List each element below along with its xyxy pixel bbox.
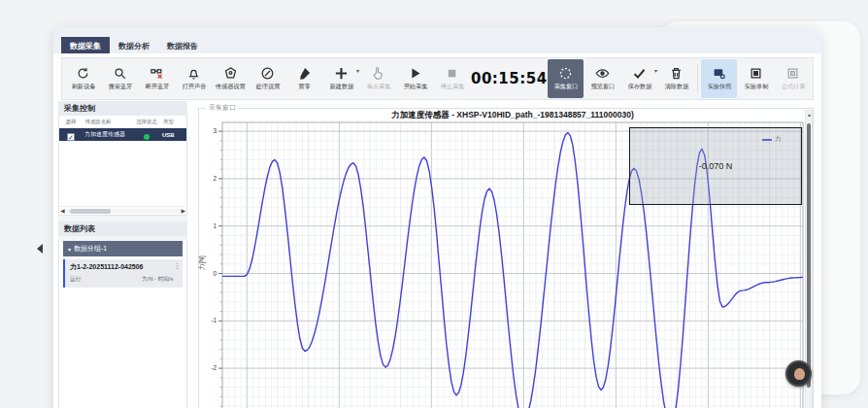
- single-point-collect-label: 单点采集: [366, 83, 390, 91]
- snapshot-icon: [712, 66, 726, 81]
- data-item-title: 力1-2-20251112-042506: [70, 262, 179, 272]
- experiment-record-button[interactable]: 实验录制: [738, 59, 774, 98]
- bell-icon: [186, 66, 201, 81]
- svg-text:1: 1: [213, 222, 217, 229]
- experiment-snapshot-button[interactable]: 实验快照: [701, 59, 737, 98]
- set-zero-button[interactable]: 置零: [286, 59, 322, 98]
- dashed-circle-icon: [558, 66, 573, 81]
- y-axis-label: 力[N]: [198, 255, 207, 270]
- start-collect-label: 开始采集: [403, 83, 427, 91]
- bt-off-icon: [150, 66, 164, 81]
- sound-on-label: 打开声音: [182, 83, 206, 91]
- new-data-button[interactable]: 新建数据▾: [323, 59, 359, 98]
- sensor-icon: [223, 66, 238, 81]
- data-list-panel: 数据列表 ▾数据分组-1力1-2-20251112-042506运行力/N - …: [58, 221, 187, 408]
- scroll-left-icon[interactable]: ◀: [60, 207, 65, 216]
- single-point-collect-button[interactable]: 单点采集: [360, 59, 396, 98]
- refresh-device-button[interactable]: 刷新设备: [65, 59, 101, 98]
- collect-control-title: 采集控制: [58, 101, 187, 116]
- plus-icon: [334, 66, 349, 81]
- column-header: 类型: [163, 118, 183, 125]
- scroll-up-icon[interactable]: ▲: [807, 112, 812, 118]
- caret-down-icon: ▾: [68, 246, 71, 253]
- preview-window-button[interactable]: 预览窗口: [584, 59, 620, 98]
- collect-window-label: 采集窗口: [553, 83, 578, 91]
- collect-window-button[interactable]: 采集窗口: [548, 59, 584, 98]
- record-icon: [749, 66, 763, 81]
- save-data-button[interactable]: 保存数据▾: [621, 59, 657, 98]
- sidebar: 采集控制 选择传感器名称连接状态类型✓力加速度传感器USB ◀ ▶ 数据列表 ▾…: [58, 101, 187, 408]
- data-item-status: 运行: [70, 275, 81, 284]
- screen: 数据采集数据分析数据报告 刷新设备搜索蓝牙断开蓝牙打开声音传感器设置处理设置置零…: [0, 0, 868, 408]
- clear-data-button[interactable]: 清除数据: [658, 59, 694, 98]
- sensor-checkbox[interactable]: ✓: [67, 133, 75, 141]
- column-header: 选择: [60, 118, 82, 125]
- chart-title: 力加速度传感器 - XHSP-V10HID_path_-1981348857_1…: [222, 110, 803, 121]
- scroll-right-icon[interactable]: ▶: [181, 207, 185, 216]
- process-settings-label: 处理设置: [255, 83, 280, 91]
- sensor-settings-label: 传感器设置: [216, 83, 246, 91]
- experiment-record-label: 实验录制: [744, 83, 768, 91]
- preview-window-label: 预览窗口: [590, 83, 615, 91]
- toolbar-divider: [697, 64, 698, 93]
- sensor-row[interactable]: ✓力加速度传感器USB: [59, 128, 186, 141]
- search-bluetooth-label: 搜索蓝牙: [108, 83, 132, 91]
- disconnect-bluetooth-label: 断开蓝牙: [145, 83, 169, 91]
- tab-1[interactable]: 数据分析: [110, 37, 158, 53]
- check-icon: [632, 66, 647, 81]
- vscroll-thumb[interactable]: [807, 123, 811, 388]
- current-value-text: -0.070 N: [699, 161, 733, 171]
- user-avatar-button[interactable]: [785, 360, 812, 387]
- collapse-left-icon[interactable]: [37, 244, 43, 254]
- tab-2[interactable]: 数据报告: [158, 37, 207, 53]
- sensor-settings-button[interactable]: 传感器设置: [213, 59, 249, 98]
- svg-text:0: 0: [213, 270, 217, 277]
- formula-calc-button[interactable]: 公式计算: [775, 59, 811, 98]
- column-header: 传感器名称: [85, 118, 129, 125]
- hand-icon: [371, 66, 385, 81]
- sound-on-button[interactable]: 打开声音: [176, 59, 212, 98]
- data-group-label: 数据分组-1: [74, 244, 107, 254]
- svg-text:3: 3: [213, 127, 217, 134]
- hscroll-thumb[interactable]: [70, 209, 111, 214]
- start-collect-button[interactable]: 开始采集: [397, 59, 433, 98]
- data-list-title: 数据列表: [58, 221, 187, 236]
- play-icon: [408, 66, 422, 81]
- current-value-overlay[interactable]: -0.070 N: [629, 127, 802, 205]
- search-icon: [113, 66, 127, 81]
- refresh-device-label: 刷新设备: [71, 83, 95, 91]
- refresh-icon: [76, 66, 90, 81]
- search-bluetooth-button[interactable]: 搜索蓝牙: [102, 59, 138, 98]
- disconnect-bluetooth-button[interactable]: 断开蓝牙: [139, 59, 175, 98]
- chevron-down-icon[interactable]: ▾: [654, 67, 657, 74]
- new-data-label: 新建数据: [329, 83, 353, 91]
- data-list: ▾数据分组-1力1-2-20251112-042506运行力/N - 时间/s⋮: [58, 241, 187, 408]
- kebab-menu-icon[interactable]: ⋮: [174, 262, 181, 270]
- eye-icon: [595, 66, 610, 81]
- sensor-table-hscrollbar[interactable]: ◀ ▶: [59, 206, 186, 215]
- svg-text:-2: -2: [211, 364, 217, 371]
- process-settings-button[interactable]: 处理设置: [250, 59, 285, 98]
- sensor-table: 选择传感器名称连接状态类型✓力加速度传感器USB: [59, 116, 186, 141]
- svg-text:-1: -1: [211, 317, 217, 323]
- formula-icon: [785, 66, 800, 81]
- set-zero-label: 置零: [298, 83, 310, 91]
- tab-0[interactable]: 数据采集: [61, 37, 110, 53]
- data-group-header[interactable]: ▾数据分组-1: [63, 241, 183, 256]
- sensor-name: 力加速度传感器: [84, 130, 129, 138]
- stop-icon: [445, 66, 459, 81]
- experiment-snapshot-label: 实验快照: [707, 83, 731, 91]
- data-item-axes: 力/N - 时间/s: [142, 275, 173, 284]
- formula-calc-label: 公式计算: [781, 83, 805, 91]
- data-list-item[interactable]: 力1-2-20251112-042506运行力/N - 时间/s⋮: [63, 259, 183, 288]
- timer-display: 00:15:54: [471, 70, 547, 87]
- chevron-down-icon[interactable]: ▾: [356, 67, 359, 74]
- main-tabbar: 数据采集数据分析数据报告: [53, 27, 821, 53]
- pen-icon: [297, 66, 312, 81]
- save-data-label: 保存数据: [627, 83, 651, 91]
- sensor-type: USB: [162, 132, 184, 138]
- stop-collect-label: 停止采集: [440, 83, 464, 91]
- status-dot: [144, 134, 150, 140]
- clear-data-label: 清除数据: [664, 83, 688, 91]
- stop-collect-button[interactable]: 停止采集: [434, 59, 470, 98]
